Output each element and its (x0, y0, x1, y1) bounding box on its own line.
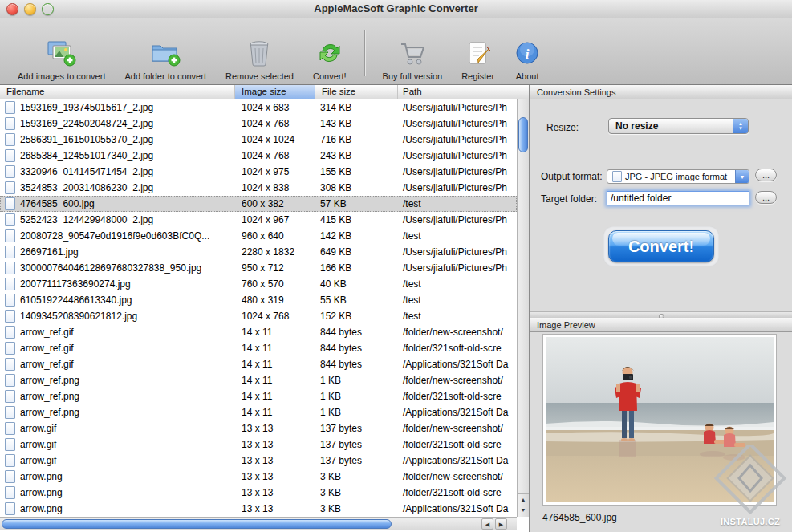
table-row[interactable]: 300000764046128697680327838_950.jpg 950 … (0, 260, 517, 276)
vertical-scrollbar[interactable]: ▲ ▼ (517, 99, 529, 517)
column-header-file-size[interactable]: File size (315, 85, 398, 99)
add-images-button[interactable]: Add images to convert (8, 23, 115, 81)
horizontal-scrollbar-thumb[interactable] (2, 519, 392, 529)
scroll-right-icon[interactable]: ▶ (495, 518, 507, 530)
row-filename: 1593169_193745015617_2.jpg (0, 101, 235, 114)
column-header-image-size[interactable]: Image size (235, 85, 315, 99)
buy-full-version-button[interactable]: Buy full version (373, 23, 453, 81)
document-icon (5, 101, 15, 114)
resize-dropdown[interactable]: No resize ▲▼ (608, 118, 749, 134)
svg-text:i: i (526, 47, 530, 62)
info-icon: i (514, 37, 541, 69)
row-file-size: 142 KB (315, 230, 398, 242)
row-image-size: 14 x 11 (235, 327, 315, 338)
scroll-left-icon[interactable]: ◀ (481, 518, 493, 530)
table-row[interactable]: 1593169_224502048724_2.jpg 1024 x 768 14… (0, 116, 517, 132)
table-row[interactable]: arrow.png 13 x 13 3 KB /Applications/321… (0, 501, 517, 517)
row-filename: arrow.gif (0, 454, 235, 467)
column-header-path[interactable]: Path (398, 85, 529, 99)
document-icon (5, 181, 15, 194)
table-row[interactable]: arrow.gif 13 x 13 137 bytes /folder/321s… (0, 437, 517, 453)
table-row[interactable]: arrow_ref.png 14 x 11 1 KB /Applications… (0, 404, 517, 420)
row-path: /folder/321soft-old-scre (398, 439, 517, 450)
document-icon (5, 165, 15, 178)
table-row[interactable]: arrow_ref.gif 14 x 11 844 bytes /folder/… (0, 324, 517, 340)
register-icon (465, 37, 492, 69)
table-row[interactable]: 4764585_600.jpg 600 x 382 57 KB /test (0, 196, 517, 212)
table-row[interactable]: 3524853_200314086230_2.jpg 1024 x 838 30… (0, 180, 517, 196)
table-header: Filename Image size File size Path (0, 85, 529, 99)
row-filename: 5252423_124429948000_2.jpg (0, 213, 235, 226)
file-table: Filename Image size File size Path 15931… (0, 85, 529, 532)
table-row[interactable]: arrow_ref.gif 14 x 11 844 bytes /folder/… (0, 340, 517, 356)
table-row[interactable]: 200771117363690274.jpg 760 x 570 40 KB /… (0, 276, 517, 292)
output-format-dropdown[interactable]: JPG - JPEG image format ▼ (607, 169, 749, 184)
table-row[interactable]: 1593169_193745015617_2.jpg 1024 x 683 31… (0, 99, 517, 116)
convert-toolbar-button[interactable]: Convert! (303, 23, 356, 81)
row-filename: arrow_ref.png (0, 406, 235, 419)
row-file-size: 137 bytes (315, 455, 398, 466)
document-icon (5, 229, 15, 242)
toolbar-item-label: Add images to convert (18, 71, 105, 81)
row-filename: arrow.png (0, 502, 235, 515)
window-title: AppleMacSoft Graphic Converter (0, 2, 792, 14)
row-path: /Users/jiafuli/Pictures/Ph (398, 134, 517, 145)
table-row[interactable]: arrow.gif 13 x 13 137 bytes /folder/new-… (0, 420, 517, 437)
document-icon (5, 470, 15, 483)
row-filename: arrow_ref.png (0, 390, 235, 403)
row-image-size: 1024 x 838 (235, 182, 315, 193)
row-path: /Users/jiafuli/Pictures/Ph (398, 262, 517, 274)
row-path: /folder/new-screenshot/ (398, 471, 517, 482)
row-path: /folder/new-screenshot/ (398, 375, 517, 386)
table-row[interactable]: arrow.png 13 x 13 3 KB /folder/321soft-o… (0, 485, 517, 501)
horizontal-scrollbar-arrows: ◀ ▶ (481, 518, 507, 530)
target-folder-browse-button[interactable]: ... (755, 191, 777, 204)
document-icon (5, 502, 15, 515)
row-path: /folder/new-screenshot/ (398, 327, 517, 338)
row-file-size: 1 KB (315, 391, 398, 402)
row-file-size: 1 KB (315, 407, 398, 418)
row-filename: 610519224486613340.jpg (0, 294, 235, 307)
table-row[interactable]: 3320946_014145471454_2.jpg 1024 x 975 15… (0, 164, 517, 180)
table-row[interactable]: 2685384_124551017340_2.jpg 1024 x 768 24… (0, 148, 517, 164)
row-filename: 1593169_224502048724_2.jpg (0, 117, 235, 130)
document-icon (5, 406, 15, 419)
table-row[interactable]: 2586391_161501055370_2.jpg 1024 x 1024 7… (0, 132, 517, 148)
row-file-size: 152 KB (315, 311, 398, 322)
row-filename: arrow.png (0, 486, 235, 499)
vertical-scrollbar-arrows[interactable]: ▲ ▼ (518, 493, 529, 517)
table-row[interactable]: 20080728_90547e0d1916f9e0d603BfC0Q... 96… (0, 228, 517, 244)
table-row[interactable]: 26697161.jpg 2280 x 1832 649 KB /Users/j… (0, 244, 517, 260)
row-file-size: 57 KB (315, 198, 398, 209)
table-row[interactable]: 5252423_124429948000_2.jpg 1024 x 967 41… (0, 212, 517, 228)
about-button[interactable]: i About (504, 23, 550, 81)
row-image-size: 480 x 319 (235, 294, 315, 306)
register-button[interactable]: Register (452, 23, 504, 81)
target-folder-input[interactable] (607, 191, 749, 205)
popup-stepper-icon: ▲▼ (733, 119, 748, 133)
table-row[interactable]: arrow_ref.png 14 x 11 1 KB /folder/new-s… (0, 372, 517, 388)
scroll-down-icon[interactable]: ▼ (518, 505, 529, 515)
remove-selected-button[interactable]: Remove selected (216, 23, 303, 81)
vertical-scrollbar-thumb[interactable] (518, 117, 528, 152)
convert-button[interactable]: Convert! (608, 230, 714, 262)
table-row[interactable]: 610519224486613340.jpg 480 x 319 55 KB /… (0, 292, 517, 308)
panel-splitter[interactable] (530, 311, 792, 318)
column-header-filename[interactable]: Filename (0, 85, 235, 99)
target-folder-label: Target folder: (541, 193, 597, 205)
document-icon (5, 358, 15, 371)
scroll-up-icon[interactable]: ▲ (518, 494, 529, 505)
conversion-settings-header: Conversion Settings (530, 85, 792, 99)
horizontal-scrollbar[interactable]: ◀ ▶ (0, 517, 517, 530)
row-file-size: 3 KB (315, 503, 398, 514)
add-folder-button[interactable]: Add folder to convert (115, 23, 216, 81)
row-image-size: 1024 x 1024 (235, 134, 315, 145)
table-row[interactable]: arrow.gif 13 x 13 137 bytes /Application… (0, 453, 517, 469)
table-row[interactable]: arrow.png 13 x 13 3 KB /folder/new-scree… (0, 469, 517, 485)
output-format-browse-button[interactable]: ... (755, 169, 777, 181)
table-row[interactable]: arrow_ref.png 14 x 11 1 KB /folder/321so… (0, 388, 517, 404)
table-row[interactable]: arrow_ref.gif 14 x 11 844 bytes /Applica… (0, 356, 517, 372)
table-row[interactable]: 1409345208390621812.jpg 1024 x 768 152 K… (0, 308, 517, 324)
row-image-size: 960 x 640 (235, 230, 315, 242)
row-file-size: 143 KB (315, 118, 398, 129)
